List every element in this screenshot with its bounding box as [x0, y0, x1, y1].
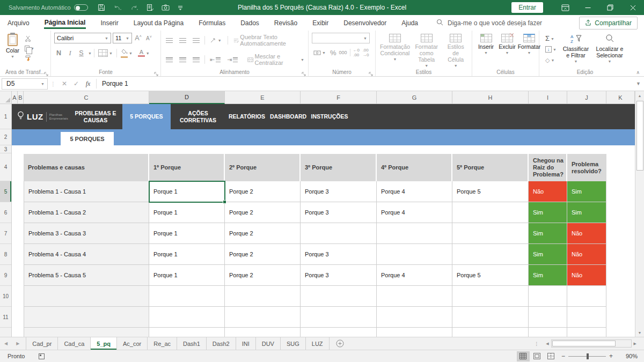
cell[interactable]: Porque 2: [225, 202, 301, 223]
nav-item-instrucoes[interactable]: INSTRUÇÕES: [308, 104, 351, 129]
decrease-font-button[interactable]: A˅: [144, 34, 153, 42]
insert-cells-button[interactable]: Inserir▼: [475, 33, 496, 56]
cell[interactable]: Porque 1: [149, 223, 225, 244]
font-color-button[interactable]: A▼: [136, 48, 151, 58]
cell[interactable]: Porque 3: [301, 244, 377, 265]
underline-dropdown-arrow[interactable]: ▼: [88, 51, 92, 55]
tab-pagina-inicial[interactable]: Página Inicial: [37, 15, 93, 31]
cell[interactable]: [24, 328, 149, 337]
nav-item-dashboard[interactable]: DASHBOARD: [268, 104, 308, 129]
table-header-cell[interactable]: Problemas e causas: [24, 154, 149, 181]
cell-selected[interactable]: Porque 1: [149, 181, 225, 202]
format-as-table-button[interactable]: Formatar como Tabela▼: [411, 33, 442, 69]
cell[interactable]: Porque 4: [377, 265, 452, 286]
cell[interactable]: Porque 3: [301, 181, 377, 202]
cell[interactable]: [225, 286, 301, 307]
row-header[interactable]: 6: [0, 202, 11, 223]
tab-inserir[interactable]: Inserir: [93, 15, 126, 31]
tab-ajuda[interactable]: Ajuda: [394, 15, 426, 31]
column-header[interactable]: H: [452, 91, 529, 104]
cell[interactable]: [377, 223, 452, 244]
customize-toolbar-button[interactable]: [178, 5, 183, 11]
cell[interactable]: [529, 307, 567, 328]
vertical-scroll-thumb[interactable]: [636, 101, 643, 171]
table-header-cell[interactable]: 5º Porque: [452, 154, 529, 181]
sheet-tab-dash1[interactable]: Dash1: [177, 337, 207, 350]
cell[interactable]: [377, 244, 452, 265]
cell[interactable]: [567, 328, 606, 337]
sheet-tab-luz[interactable]: LUZ: [306, 337, 330, 350]
cell[interactable]: [452, 328, 529, 337]
insert-function-button[interactable]: fx: [82, 80, 94, 88]
redo-button[interactable]: [130, 4, 138, 11]
cell-resolvido[interactable]: Não: [567, 223, 606, 244]
table-header-cell[interactable]: Problema resolvido?: [567, 154, 606, 181]
macro-record-icon[interactable]: [39, 353, 45, 359]
minimize-button[interactable]: [576, 0, 599, 15]
paste-dropdown-arrow[interactable]: ▼: [11, 55, 14, 58]
page-break-view-button[interactable]: [545, 351, 558, 361]
row-header[interactable]: 9: [0, 265, 11, 286]
cell[interactable]: [24, 286, 149, 307]
cell[interactable]: Porque 3: [301, 265, 377, 286]
paste-button[interactable]: Colar ▼: [3, 33, 22, 64]
sheet-nav-next[interactable]: ▶: [12, 341, 24, 346]
scroll-left-button[interactable]: ◀: [544, 342, 551, 346]
sheet-tab-5-pq-active[interactable]: 5_pq: [91, 337, 117, 350]
autosave-control[interactable]: Salvamento Automático: [9, 4, 88, 11]
horizontal-scroll-thumb[interactable]: [552, 341, 616, 346]
fill-color-button[interactable]: ▼: [119, 47, 134, 59]
copy-button[interactable]: ▼: [23, 45, 36, 53]
cell[interactable]: Porque 1: [149, 244, 225, 265]
column-header[interactable]: A: [12, 91, 18, 104]
row-header[interactable]: [0, 328, 11, 337]
cell[interactable]: [24, 307, 149, 328]
cell[interactable]: [452, 202, 529, 223]
expand-formula-bar-button[interactable]: ▼: [636, 81, 641, 86]
cell[interactable]: Porque 2: [225, 244, 301, 265]
tab-formulas[interactable]: Fórmulas: [191, 15, 233, 31]
find-select-button[interactable]: Localizar e Selecionar▼: [592, 33, 627, 64]
save-button[interactable]: [98, 4, 105, 11]
cell-raiz[interactable]: Sim: [529, 223, 567, 244]
scroll-down-button[interactable]: ▼: [635, 328, 644, 337]
font-dialog-launcher[interactable]: [154, 70, 158, 75]
align-middle-button[interactable]: [178, 37, 188, 44]
cell-raiz[interactable]: Sim: [529, 265, 567, 286]
table-header-cell[interactable]: 1º Porque: [149, 154, 225, 181]
cell[interactable]: Porque 1: [149, 202, 225, 223]
bold-button[interactable]: N: [54, 49, 63, 57]
zoom-in-button[interactable]: +: [606, 352, 616, 360]
table-header-cell[interactable]: 2º Porque: [225, 154, 301, 181]
scroll-right-button[interactable]: ▶: [632, 342, 639, 346]
cell-raiz[interactable]: Não: [529, 181, 567, 202]
vertical-scrollbar[interactable]: ▲ ▼: [635, 91, 644, 337]
subtab-5-porques[interactable]: 5 PORQUES: [61, 132, 114, 145]
column-header[interactable]: K: [606, 91, 635, 104]
cell[interactable]: Porque 1: [149, 265, 225, 286]
cell[interactable]: [567, 307, 606, 328]
sheet-nav-prev[interactable]: ◀: [0, 341, 12, 346]
decrease-indent-button[interactable]: ⇤: [208, 55, 222, 64]
share-button[interactable]: Compartilhar: [579, 17, 638, 29]
cell[interactable]: Problema 5 - Causa 5: [24, 265, 149, 286]
alignment-dialog-launcher[interactable]: [302, 70, 306, 75]
column-header[interactable]: C: [24, 91, 149, 104]
cell[interactable]: Porque 4: [377, 181, 452, 202]
column-header[interactable]: B: [18, 91, 24, 104]
cell[interactable]: [452, 223, 529, 244]
confirm-entry-button[interactable]: ✓: [70, 80, 82, 87]
row-header-selected[interactable]: 5: [0, 181, 11, 202]
percent-style-button[interactable]: %: [330, 49, 336, 57]
accounting-format-button[interactable]: ▼: [312, 49, 327, 57]
cell[interactable]: [377, 328, 452, 337]
format-cells-button[interactable]: Formatar▼: [518, 33, 540, 56]
decrease-decimal-button[interactable]: .00→0: [362, 48, 369, 57]
clear-button[interactable]: ◇▼: [544, 56, 558, 65]
cell-resolvido[interactable]: Não: [567, 265, 606, 286]
tab-revisao[interactable]: Revisão: [267, 15, 305, 31]
autosum-button[interactable]: Σ▼: [544, 34, 558, 43]
cell[interactable]: Porque 2: [225, 223, 301, 244]
cut-button[interactable]: [23, 34, 36, 43]
select-all-corner[interactable]: [0, 91, 12, 104]
